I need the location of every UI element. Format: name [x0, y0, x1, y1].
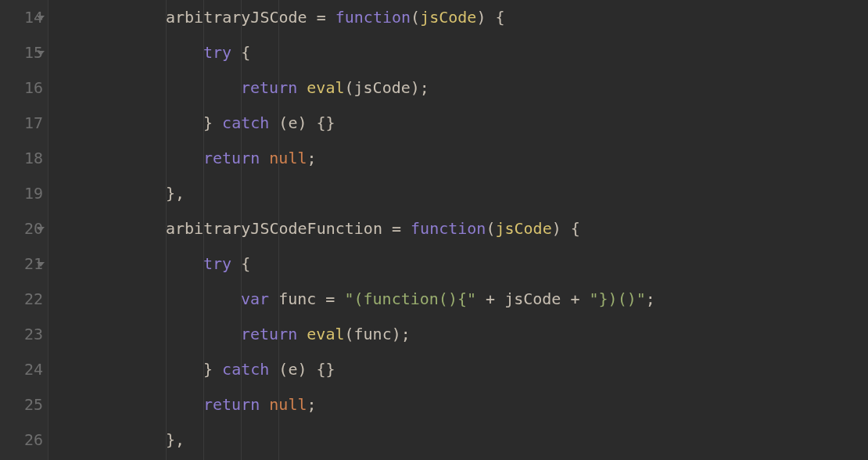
line-number[interactable]: 18	[0, 141, 43, 176]
code-line[interactable]: } catch (e) {}	[53, 106, 868, 141]
code-line[interactable]: return null;	[53, 387, 868, 422]
code-line[interactable]: return eval(func);	[53, 317, 868, 352]
code-token	[260, 149, 269, 167]
gutter[interactable]: 14151617181920212223242526	[0, 0, 48, 460]
line-number-text: 18	[24, 141, 43, 176]
code-token: ;	[646, 289, 655, 308]
code-token	[260, 395, 269, 414]
code-token: catch	[222, 113, 269, 132]
line-number[interactable]: 16	[0, 70, 43, 106]
fold-toggle-icon[interactable]	[37, 227, 45, 232]
line-number[interactable]: 22	[0, 282, 43, 317]
code-token: eval	[307, 78, 344, 97]
line-number[interactable]: 19	[0, 176, 43, 211]
code-token: ;	[307, 395, 316, 414]
code-token: null	[269, 395, 307, 414]
code-token: ) {	[552, 219, 580, 238]
code-token: arbitraryJSCodeFunction	[166, 219, 382, 238]
code-token: return	[203, 149, 260, 167]
code-token: {	[231, 254, 250, 273]
code-line[interactable]: } catch (e) {}	[53, 352, 868, 387]
code-token: (	[411, 8, 420, 27]
code-line[interactable]: try {	[53, 35, 868, 70]
code-token: arbitraryJSCode	[166, 8, 307, 27]
code-token	[297, 325, 307, 343]
code-token: var	[241, 289, 269, 308]
line-number-text: 26	[24, 422, 43, 458]
code-token: },	[166, 184, 185, 203]
line-number[interactable]: 25	[0, 387, 43, 422]
code-token: (	[486, 219, 495, 238]
code-line[interactable]: arbitraryJSCodeFunction = function(jsCod…	[53, 211, 868, 246]
line-number[interactable]: 26	[0, 422, 43, 458]
code-token	[297, 78, 307, 97]
code-token: jsCode	[495, 219, 551, 238]
fold-toggle-icon[interactable]	[37, 51, 45, 56]
code-token: return	[203, 395, 260, 414]
code-token: "(function(){"	[344, 289, 476, 308]
code-token: (e) {}	[269, 360, 335, 379]
code-token: eval	[307, 325, 344, 343]
code-area[interactable]: arbitraryJSCode = function(jsCode) {try …	[48, 0, 868, 460]
line-number[interactable]: 21	[0, 246, 43, 282]
code-token: function	[411, 219, 486, 238]
line-number-text: 16	[24, 70, 43, 106]
code-token: }	[203, 360, 222, 379]
line-number[interactable]: 14	[0, 0, 43, 35]
code-token: (e) {}	[269, 113, 335, 132]
code-line[interactable]: try {	[53, 246, 868, 282]
code-line[interactable]: return null;	[53, 141, 868, 176]
code-token: =	[307, 8, 335, 27]
code-token: ;	[307, 149, 316, 167]
line-number[interactable]: 17	[0, 106, 43, 141]
line-number[interactable]: 15	[0, 35, 43, 70]
line-number[interactable]: 24	[0, 352, 43, 387]
code-line[interactable]: var func = "(function(){" + jsCode + "})…	[53, 282, 868, 317]
line-number-text: 25	[24, 387, 43, 422]
line-number-text: 19	[24, 176, 43, 211]
code-token: null	[269, 149, 307, 167]
fold-toggle-icon[interactable]	[37, 262, 45, 267]
code-token: try	[203, 43, 231, 62]
code-token: + jsCode +	[476, 289, 590, 308]
code-editor[interactable]: 14151617181920212223242526 arbitraryJSCo…	[0, 0, 868, 460]
code-line[interactable]: return eval(jsCode);	[53, 70, 868, 106]
line-number-text: 24	[24, 352, 43, 387]
code-token: return	[241, 325, 297, 343]
code-token: func =	[269, 289, 344, 308]
code-token: return	[241, 78, 297, 97]
code-token: ) {	[476, 8, 504, 27]
line-number-text: 23	[24, 317, 43, 352]
code-token: =	[382, 219, 411, 238]
line-number-text: 22	[24, 282, 43, 317]
code-token: catch	[222, 360, 269, 379]
code-token: function	[335, 8, 411, 27]
fold-toggle-icon[interactable]	[37, 16, 45, 20]
code-token: }	[203, 113, 222, 132]
code-token: (jsCode);	[344, 78, 429, 97]
line-number-text: 17	[24, 106, 43, 141]
line-number[interactable]: 23	[0, 317, 43, 352]
code-line[interactable]: },	[53, 176, 868, 211]
code-token: jsCode	[420, 8, 476, 27]
code-token: {	[231, 43, 250, 62]
code-token: "})()"	[590, 289, 646, 308]
code-line[interactable]: },	[53, 422, 868, 458]
code-token: },	[166, 430, 185, 449]
line-number[interactable]: 20	[0, 211, 43, 246]
code-token: try	[203, 254, 231, 273]
code-line[interactable]: arbitraryJSCode = function(jsCode) {	[53, 0, 868, 35]
code-token: (func);	[344, 325, 410, 343]
